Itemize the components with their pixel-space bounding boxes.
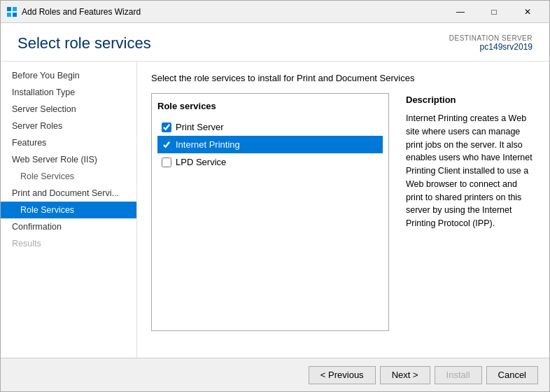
role-services-panel: Role services Print ServerInternet Print… xyxy=(151,93,389,331)
svg-rect-3 xyxy=(13,13,17,17)
maximize-button[interactable]: □ xyxy=(478,2,510,22)
window-controls: — □ ✕ xyxy=(444,2,544,22)
lpd-service-label: LPD Service xyxy=(176,157,226,167)
internet-printing-checkbox[interactable] xyxy=(162,140,171,150)
title-bar: Add Roles and Features Wizard — □ ✕ xyxy=(1,1,549,23)
section-subtitle: Select the role services to install for … xyxy=(151,73,535,83)
minimize-button[interactable]: — xyxy=(444,2,477,22)
window-title: Add Roles and Features Wizard xyxy=(22,7,444,17)
two-column-layout: Role services Print ServerInternet Print… xyxy=(151,93,535,331)
sidebar-item-server-selection[interactable]: Server Selection xyxy=(1,101,136,118)
sidebar-item-installation-type[interactable]: Installation Type xyxy=(1,84,136,101)
next-button[interactable]: Next > xyxy=(380,366,430,384)
description-header: Description xyxy=(406,93,535,106)
sidebar-item-before-you-begin[interactable]: Before You Begin xyxy=(1,67,136,84)
svg-rect-0 xyxy=(7,7,11,11)
sidebar-item-confirmation[interactable]: Confirmation xyxy=(1,218,136,235)
page-header: Select role services DESTINATION SERVER … xyxy=(1,23,549,62)
footer: < Previous Next > Install Cancel xyxy=(1,358,549,391)
cancel-button[interactable]: Cancel xyxy=(486,366,538,384)
svg-rect-2 xyxy=(7,13,11,17)
server-name: pc149srv2019 xyxy=(449,42,533,52)
content-area: Before You BeginInstallation TypeServer … xyxy=(1,62,549,358)
print-server-checkbox[interactable] xyxy=(162,122,171,132)
internet-printing-label: Internet Printing xyxy=(176,139,240,150)
install-button[interactable]: Install xyxy=(435,366,482,384)
sidebar-item-print-document[interactable]: Print and Document Servi... xyxy=(1,185,136,202)
checkbox-item-print-server[interactable]: Print Server xyxy=(157,118,383,136)
destination-label: DESTINATION SERVER xyxy=(449,34,533,42)
sidebar-item-features[interactable]: Features xyxy=(1,134,136,151)
sidebar-item-role-services[interactable]: Role Services xyxy=(1,202,136,218)
description-panel: Description Internet Printing creates a … xyxy=(406,93,535,331)
close-button[interactable]: ✕ xyxy=(512,2,544,22)
main-content: Select the role services to install for … xyxy=(137,62,549,358)
description-text: Internet Printing creates a Web site whe… xyxy=(406,112,535,230)
previous-button[interactable]: < Previous xyxy=(309,366,376,384)
checkbox-item-internet-printing[interactable]: Internet Printing xyxy=(157,136,383,153)
sidebar-item-results: Results xyxy=(1,235,136,252)
wizard-window: Add Roles and Features Wizard — □ ✕ Sele… xyxy=(0,0,550,392)
lpd-service-checkbox[interactable] xyxy=(162,158,171,167)
page-title: Select role services xyxy=(17,34,151,52)
checkbox-item-lpd-service[interactable]: LPD Service xyxy=(157,153,383,171)
role-services-header: Role services xyxy=(157,99,383,113)
destination-server-info: DESTINATION SERVER pc149srv2019 xyxy=(449,34,533,52)
sidebar: Before You BeginInstallation TypeServer … xyxy=(1,62,137,358)
app-icon xyxy=(6,6,17,18)
print-server-label: Print Server xyxy=(176,122,224,132)
window-body: Select role services DESTINATION SERVER … xyxy=(1,23,549,391)
svg-rect-1 xyxy=(13,7,17,11)
sidebar-item-server-roles[interactable]: Server Roles xyxy=(1,118,136,134)
sidebar-item-role-services-iis[interactable]: Role Services xyxy=(1,168,136,185)
sidebar-item-web-server-role[interactable]: Web Server Role (IIS) xyxy=(1,151,136,168)
